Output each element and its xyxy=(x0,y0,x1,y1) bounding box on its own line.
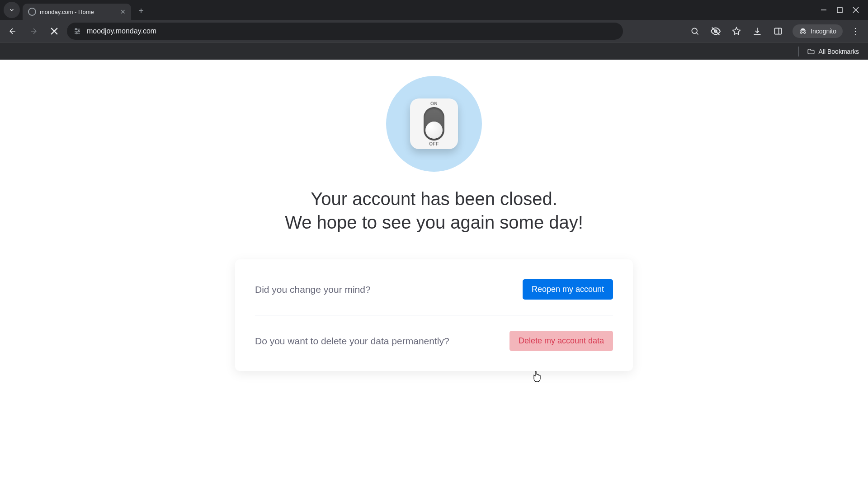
actions-card: Did you change your mind? Reopen my acco… xyxy=(235,259,633,371)
arrow-right-icon xyxy=(29,27,38,36)
switch-off-label: OFF xyxy=(429,141,439,146)
svg-point-11 xyxy=(75,28,77,30)
address-bar[interactable]: moodjoy.monday.com xyxy=(67,23,623,40)
delete-account-data-button[interactable]: Delete my account data xyxy=(509,331,613,351)
browser-menu-icon[interactable]: ⋮ xyxy=(851,26,860,37)
minimize-icon[interactable] xyxy=(821,7,827,13)
toolbar-actions: Incognito ⋮ xyxy=(689,24,863,38)
tab-title: monday.com - Home xyxy=(40,9,117,15)
bookmarks-bar: All Bookmarks xyxy=(0,42,868,60)
divider xyxy=(798,47,799,56)
illustration-circle: ON OFF xyxy=(386,76,482,172)
svg-line-15 xyxy=(697,33,698,34)
forward-button[interactable] xyxy=(25,23,42,39)
page-content: ON OFF Your account has been closed. We … xyxy=(0,60,868,488)
tab-strip: monday.com - Home ✕ + xyxy=(0,0,868,20)
svg-point-12 xyxy=(78,31,80,32)
downloads-icon[interactable] xyxy=(751,25,764,38)
folder-icon xyxy=(807,47,815,56)
close-icon xyxy=(51,28,58,35)
new-tab-button[interactable]: + xyxy=(134,4,148,18)
tab-favicon-icon xyxy=(28,8,36,16)
switch-illustration: ON OFF xyxy=(410,99,458,149)
headline-line-1: Your account has been closed. xyxy=(285,187,583,211)
url-text: moodjoy.monday.com xyxy=(87,27,156,35)
svg-marker-18 xyxy=(733,28,741,35)
chevron-down-icon xyxy=(9,7,15,13)
reopen-row: Did you change your mind? Reopen my acco… xyxy=(255,279,613,300)
svg-point-14 xyxy=(692,28,698,33)
tab-search-dropdown[interactable] xyxy=(4,2,20,18)
stop-reload-button[interactable] xyxy=(46,23,62,39)
maximize-icon[interactable] xyxy=(837,7,843,13)
divider xyxy=(255,315,613,315)
side-panel-icon[interactable] xyxy=(772,25,784,38)
site-settings-icon[interactable] xyxy=(73,27,81,35)
window-controls xyxy=(821,0,868,20)
browser-toolbar: moodjoy.monday.com Incognito ⋮ xyxy=(0,20,868,42)
switch-knob xyxy=(425,122,443,139)
svg-point-21 xyxy=(801,32,802,33)
svg-rect-19 xyxy=(775,28,782,34)
zoom-search-icon[interactable] xyxy=(689,25,701,38)
delete-prompt: Do you want to delete your data permanen… xyxy=(255,336,449,347)
bookmark-star-icon[interactable] xyxy=(730,25,743,38)
close-window-icon[interactable] xyxy=(853,7,859,13)
switch-on-label: ON xyxy=(430,101,438,106)
browser-tab[interactable]: monday.com - Home ✕ xyxy=(23,4,131,20)
all-bookmarks-label: All Bookmarks xyxy=(819,48,859,55)
reopen-account-button[interactable]: Reopen my account xyxy=(523,279,613,300)
switch-track xyxy=(424,107,444,141)
incognito-indicator[interactable]: Incognito xyxy=(793,24,843,38)
delete-row: Do you want to delete your data permanen… xyxy=(255,331,613,351)
svg-point-22 xyxy=(804,32,806,33)
incognito-icon xyxy=(799,27,807,35)
back-button[interactable] xyxy=(5,23,21,39)
svg-rect-1 xyxy=(837,8,842,13)
browser-chrome: monday.com - Home ✕ + moodjoy.monday.com xyxy=(0,0,868,60)
arrow-left-icon xyxy=(8,27,17,36)
headline-line-2: We hope to see you again some day! xyxy=(285,211,583,234)
svg-point-13 xyxy=(76,33,77,34)
reopen-prompt: Did you change your mind? xyxy=(255,284,371,295)
tab-close-icon[interactable]: ✕ xyxy=(120,8,126,15)
page-headline: Your account has been closed. We hope to… xyxy=(285,187,583,234)
incognito-label: Incognito xyxy=(811,28,836,35)
eye-off-icon[interactable] xyxy=(709,25,722,38)
all-bookmarks-button[interactable]: All Bookmarks xyxy=(807,47,859,56)
